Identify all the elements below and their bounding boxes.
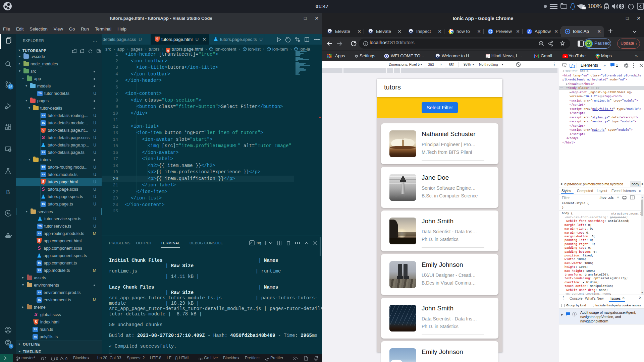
svg-text:ng: ng xyxy=(257,241,261,245)
svg-text:0: 0 xyxy=(56,357,58,361)
svg-text:A: A xyxy=(528,30,530,34)
svg-text:B: B xyxy=(6,189,10,195)
svg-text:0: 0 xyxy=(65,357,67,361)
